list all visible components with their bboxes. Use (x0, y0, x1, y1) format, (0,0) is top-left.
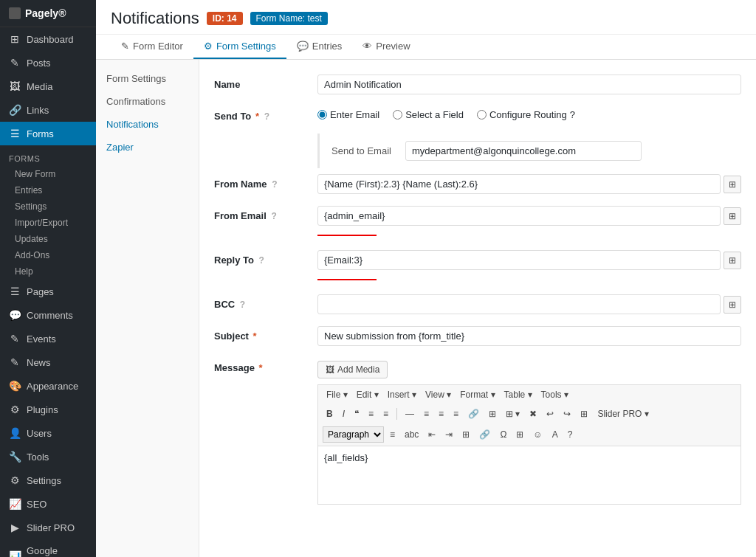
sidebar-item-users[interactable]: 👤 Users (0, 421, 96, 445)
font-color-btn[interactable]: A (549, 428, 562, 441)
table-button[interactable]: ⊞ (485, 407, 500, 421)
sidebar-sub-add-ons[interactable]: Add-Ons (0, 247, 96, 263)
menu-format[interactable]: Format ▾ (456, 388, 498, 401)
bcc-merge-button[interactable]: ⊞ (724, 296, 741, 314)
reply-to-input[interactable] (317, 250, 721, 270)
source-button[interactable]: ⊞ (577, 407, 591, 421)
emoji-btn[interactable]: ☺ (529, 428, 546, 441)
align-left-btn2[interactable]: ≡ (386, 428, 399, 441)
sidebar-item-news[interactable]: ✎ News (0, 350, 96, 374)
bcc-help-icon[interactable]: ? (240, 300, 245, 310)
abc-btn[interactable]: abc (401, 428, 422, 441)
table3-btn[interactable]: ⊞ (458, 428, 473, 441)
indent-out-btn[interactable]: ⇤ (425, 428, 439, 441)
leftnav-confirmations[interactable]: Confirmations (96, 90, 199, 113)
menu-table[interactable]: Table ▾ (501, 388, 536, 401)
subject-input[interactable] (317, 326, 741, 346)
bcc-input[interactable] (317, 294, 721, 314)
sidebar-sub-updates[interactable]: Updates (0, 231, 96, 247)
clear-format-button[interactable]: ✖ (526, 407, 540, 421)
from-email-input[interactable] (317, 206, 721, 226)
radio-enter-email[interactable]: Enter Email (317, 109, 379, 120)
leftnav-notifications[interactable]: Notifications (96, 113, 199, 136)
sidebar-item-settings[interactable]: ⚙ Settings (0, 468, 96, 492)
hr-button[interactable]: — (402, 407, 418, 421)
add-media-button[interactable]: 🖼 Add Media (317, 361, 388, 378)
indent-in-btn[interactable]: ⇥ (441, 428, 456, 441)
radio-select-field-label: Select a Field (405, 109, 464, 120)
radio-configure-routing[interactable]: Configure Routing ? (477, 109, 575, 120)
sidebar-sub-help[interactable]: Help (0, 263, 96, 280)
configure-routing-help-icon[interactable]: ? (570, 109, 575, 120)
menu-insert[interactable]: Insert ▾ (384, 388, 420, 401)
message-control: 🖼 Add Media File ▾ Edit ▾ Insert ▾ View … (317, 361, 741, 505)
sidebar-item-pages[interactable]: ☰ Pages (0, 280, 96, 303)
sidebar-item-links[interactable]: 🔗 Links (0, 98, 96, 122)
sidebar-logo[interactable]: Pagely® (0, 0, 96, 27)
tab-form-editor[interactable]: ✎ Form Editor (111, 35, 193, 59)
ordered-list-button[interactable]: ≡ (379, 407, 392, 421)
sidebar-sub-new-form[interactable]: New Form (0, 166, 96, 182)
paragraph-select[interactable]: Paragraph (323, 426, 384, 443)
sidebar-item-posts[interactable]: ✎ Posts (0, 51, 96, 75)
tab-form-settings[interactable]: ⚙ Form Settings (193, 35, 286, 59)
sidebar-item-slider-pro[interactable]: ▶ Slider PRO (0, 516, 96, 539)
bold-button[interactable]: B (323, 407, 337, 421)
radio-configure-routing-input[interactable] (477, 110, 487, 120)
align-right-button[interactable]: ≡ (450, 407, 462, 421)
radio-select-field[interactable]: Select a Field (393, 109, 464, 120)
name-input[interactable] (317, 75, 741, 94)
sidebar-item-media[interactable]: 🖼 Media (0, 75, 96, 98)
from-email-help-icon[interactable]: ? (271, 211, 276, 221)
menu-view[interactable]: View ▾ (422, 388, 455, 401)
table2-button[interactable]: ⊞ ▾ (502, 407, 523, 421)
radio-select-field-input[interactable] (393, 110, 402, 120)
leftnav-zapier[interactable]: Zapier (96, 136, 199, 159)
redo-button[interactable]: ↪ (560, 407, 574, 421)
preview-icon: 👁 (362, 41, 372, 52)
sidebar-item-appearance[interactable]: 🎨 Appearance (0, 374, 96, 398)
radio-enter-email-input[interactable] (317, 110, 327, 120)
sidebar-item-events[interactable]: ✎ Events (0, 327, 96, 350)
sidebar-item-tools[interactable]: 🔧 Tools (0, 445, 96, 468)
link2-btn[interactable]: 🔗 (475, 428, 494, 441)
sidebar-item-google-analytics[interactable]: 📊 Google Analytics (0, 539, 96, 557)
sidebar-item-comments[interactable]: 💬 Comments (0, 303, 96, 327)
menu-file[interactable]: File ▾ (323, 388, 351, 401)
align-center-button[interactable]: ≡ (435, 407, 447, 421)
editor-content[interactable]: {all_fields} (317, 446, 741, 505)
from-email-merge-button[interactable]: ⊞ (724, 207, 741, 225)
plugins-icon: ⚙ (9, 404, 21, 415)
send-to-help-icon[interactable]: ? (264, 111, 269, 122)
blockquote-button[interactable]: ❝ (351, 407, 362, 421)
tab-preview[interactable]: 👁 Preview (352, 35, 420, 59)
menu-edit[interactable]: Edit ▾ (353, 388, 382, 401)
reply-to-merge-button[interactable]: ⊞ (724, 252, 741, 269)
leftnav-form-settings[interactable]: Form Settings (96, 67, 199, 90)
sidebar-sub-settings[interactable]: Settings (0, 198, 96, 215)
sidebar-item-forms[interactable]: ☰ Forms (0, 122, 96, 145)
left-nav: Form Settings Confirmations Notification… (96, 60, 199, 557)
send-to-email-input[interactable] (405, 141, 642, 161)
sidebar-item-label: Events (27, 333, 56, 345)
sidebar-sub-entries[interactable]: Entries (0, 182, 96, 198)
unordered-list-button[interactable]: ≡ (365, 407, 377, 421)
sidebar-item-dashboard[interactable]: ⊞ Dashboard (0, 27, 96, 51)
from-name-help-icon[interactable]: ? (272, 179, 277, 190)
tab-entries[interactable]: 💬 Entries (286, 35, 352, 59)
align-left-button[interactable]: ≡ (420, 407, 433, 421)
slider-pro-dropdown[interactable]: Slider PRO ▾ (594, 407, 652, 421)
from-name-input[interactable] (317, 174, 721, 194)
help-btn[interactable]: ? (564, 428, 577, 441)
menu-tools[interactable]: Tools ▾ (537, 388, 572, 401)
omega-btn[interactable]: Ω (496, 428, 510, 441)
sidebar-item-plugins[interactable]: ⚙ Plugins (0, 398, 96, 421)
link-button[interactable]: 🔗 (464, 407, 483, 421)
reply-to-help-icon[interactable]: ? (259, 255, 264, 266)
from-name-merge-button[interactable]: ⊞ (724, 176, 741, 193)
sidebar-sub-import-export[interactable]: Import/Export (0, 215, 96, 231)
list2-btn[interactable]: ⊞ (512, 428, 527, 441)
sidebar-item-seo[interactable]: 📈 SEO (0, 492, 96, 516)
undo-button[interactable]: ↩ (543, 407, 557, 421)
italic-button[interactable]: I (339, 407, 348, 421)
